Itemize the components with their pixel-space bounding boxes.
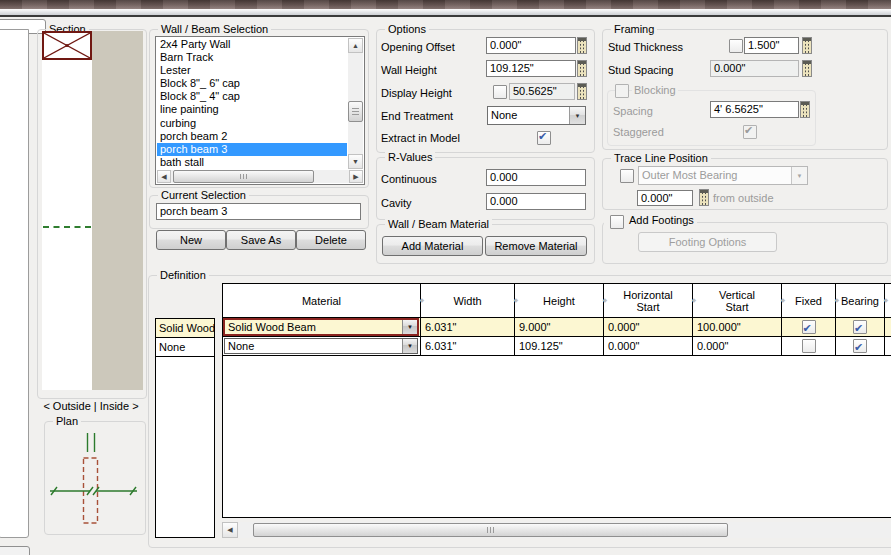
list-item[interactable]: line painting [157,103,347,116]
scrollbar-thumb[interactable] [253,523,728,537]
end-treatment-dropdown[interactable]: None ▼ [487,106,586,125]
width-cell[interactable]: 6.031" [421,318,515,337]
scroll-right-icon[interactable]: ▶ [349,170,363,183]
horizontal-start-cell[interactable]: 0.000" [604,337,693,356]
list-item[interactable]: Lester [157,64,347,77]
list-horizontal-scrollbar[interactable]: ◀ ▶ [157,170,363,183]
list-item[interactable]: Block 8"_ 6" cap [157,77,347,90]
cavity-field[interactable]: 0.000 [486,193,586,210]
vertical-start-cell[interactable]: 0.000" [693,337,782,356]
fixed-checkbox[interactable] [802,339,816,353]
row-header[interactable]: None [156,338,214,357]
current-selection-label: Current Selection [158,189,249,201]
display-height-field[interactable]: 50.5625" [509,83,575,100]
calculator-icon[interactable] [577,37,587,54]
add-material-button[interactable]: Add Material [382,236,483,256]
column-header-vertical-start[interactable]: Vertical Start◆ [693,284,782,318]
wall-height-field[interactable]: 109.125" [486,60,576,77]
remove-material-button[interactable]: Remove Material [485,236,587,256]
scrollbar-thumb[interactable] [348,101,363,122]
section-beam-crossbox[interactable] [42,31,92,60]
calculator-icon[interactable] [800,101,810,118]
extract-in-model-checkbox[interactable] [537,131,551,145]
new-button[interactable]: New [156,230,226,250]
chevron-down-icon[interactable]: ▼ [569,107,585,124]
r-values-group: R-Values [376,157,595,220]
list-item[interactable]: porch beam 2 [157,130,347,143]
scroll-down-icon[interactable]: ▼ [348,154,363,169]
material-cell[interactable]: None ▼ [223,337,421,356]
material-cell[interactable]: Solid Wood Beam ▼ [223,318,421,337]
calculator-icon[interactable] [577,83,587,100]
section-backing-column[interactable] [92,31,143,390]
chevron-down-icon[interactable]: ▼ [402,320,417,334]
display-height-checkbox[interactable] [493,85,507,99]
horizontal-start-cell[interactable]: 0.000" [604,318,693,337]
list-item[interactable]: bath stall [157,156,347,169]
vertical-start-cell[interactable]: 100.000" [693,318,782,337]
bearing-checkbox[interactable] [853,339,867,353]
column-header-height[interactable]: Height◆ [515,284,604,318]
calculator-icon[interactable] [577,60,587,77]
list-vertical-scrollbar[interactable]: ▲ ▼ [348,38,363,169]
trace-offset-field[interactable]: 0.000" [637,190,693,206]
definition-group-label: Definition [157,269,209,281]
staggered-checkbox[interactable] [743,125,757,139]
height-cell[interactable]: 9.000" [515,318,604,337]
trace-line-checkbox[interactable] [620,169,634,183]
scroll-left-icon[interactable]: ◀ [222,522,238,538]
blocking-label: Blocking [632,84,678,96]
bearing-checkbox[interactable] [853,320,867,334]
stud-spacing-label: Stud Spacing [608,64,673,76]
delete-button[interactable]: Delete [296,230,366,250]
trace-line-dropdown[interactable]: Outer Most Bearing ▼ [638,166,808,185]
calculator-icon[interactable] [802,60,812,77]
row-header[interactable]: Solid Wood [156,319,214,338]
stud-spacing-field[interactable]: 0.000" [710,60,799,77]
wall-beam-selection-label: Wall / Beam Selection [158,23,271,35]
list-item[interactable]: Block 8"_ 4" cap [157,90,347,103]
material-dropdown[interactable]: None ▼ [224,338,418,354]
definition-row-header-column: Solid Wood None [155,318,215,538]
add-footings-checkbox[interactable] [610,215,624,229]
fixed-checkbox[interactable] [802,320,816,334]
column-header-material[interactable]: Material◆ [223,284,421,318]
column-header-label: Width [453,295,481,307]
list-item[interactable]: curbing [157,117,347,130]
section-wall-column[interactable] [42,31,92,390]
list-item[interactable]: Barn Track [157,51,347,64]
extract-in-model-label: Extract in Model [381,132,460,144]
continuous-field[interactable]: 0.000 [486,169,586,186]
stud-thickness-checkbox[interactable] [729,39,743,53]
stud-thickness-label: Stud Thickness [608,41,683,53]
list-item-selected[interactable]: porch beam 3 [157,143,347,156]
diamond-icon: ◆ [834,294,839,306]
stud-thickness-field[interactable]: 1.500" [744,37,799,54]
height-cell[interactable]: 109.125" [515,337,604,356]
column-header-horizontal-start[interactable]: Horizontal Start◆ [604,284,693,318]
list-item[interactable]: 2x4 Party Wall [157,38,347,51]
width-cell[interactable]: 6.031" [421,337,515,356]
material-dropdown[interactable]: Solid Wood Beam ▼ [223,318,419,336]
column-header-bearing[interactable]: Bearing◆ [836,284,885,318]
table-horizontal-scrollbar[interactable]: ◀ [222,522,891,538]
calculator-icon[interactable] [699,189,709,206]
chevron-down-icon[interactable]: ▼ [402,339,417,353]
calculator-icon[interactable] [802,37,812,54]
column-header-fixed[interactable]: Fixed◆ [782,284,836,318]
trace-line-position-label: Trace Line Position [611,152,711,164]
current-selection-field[interactable]: porch beam 3 [156,203,361,220]
scroll-up-icon[interactable]: ▲ [348,38,363,53]
background-panel [0,29,29,538]
outside-inside-label[interactable]: < Outside | Inside > [38,400,144,412]
blocking-checkbox[interactable] [615,84,629,98]
overflow-cell [885,318,891,337]
footing-options-button[interactable]: Footing Options [638,232,777,252]
scrollbar-thumb[interactable] [173,170,314,183]
blocking-spacing-field[interactable]: 4' 6.5625" [710,101,799,118]
column-header-width[interactable]: Width◆ [421,284,515,318]
save-as-button[interactable]: Save As [226,230,296,250]
column-header-label: Bearing [841,295,879,307]
opening-offset-field[interactable]: 0.000" [486,37,576,54]
scroll-left-icon[interactable]: ◀ [157,170,171,183]
